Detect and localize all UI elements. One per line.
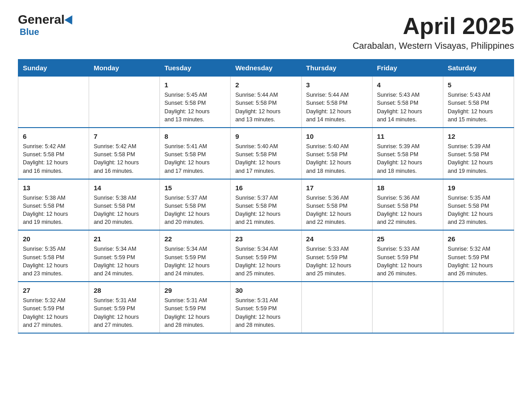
column-header-wednesday: Wednesday bbox=[231, 60, 301, 77]
day-number: 16 bbox=[235, 183, 296, 193]
day-cell: 15Sunrise: 5:37 AMSunset: 5:58 PMDayligh… bbox=[160, 179, 231, 231]
header-area: General Blue April 2025 Carabalan, Weste… bbox=[18, 13, 514, 51]
day-cell: 24Sunrise: 5:33 AMSunset: 5:59 PMDayligh… bbox=[301, 230, 372, 282]
day-cell bbox=[372, 282, 443, 333]
day-number: 8 bbox=[164, 132, 226, 141]
day-number: 13 bbox=[23, 183, 84, 193]
day-cell: 21Sunrise: 5:34 AMSunset: 5:59 PMDayligh… bbox=[89, 230, 160, 282]
day-cell: 25Sunrise: 5:33 AMSunset: 5:59 PMDayligh… bbox=[372, 230, 443, 282]
calendar-table: SundayMondayTuesdayWednesdayThursdayFrid… bbox=[18, 59, 514, 334]
day-cell: 20Sunrise: 5:35 AMSunset: 5:58 PMDayligh… bbox=[18, 230, 89, 282]
day-number: 15 bbox=[164, 183, 226, 193]
day-info: Sunrise: 5:40 AMSunset: 5:58 PMDaylight:… bbox=[235, 143, 280, 174]
day-cell: 17Sunrise: 5:36 AMSunset: 5:58 PMDayligh… bbox=[301, 179, 372, 231]
column-header-thursday: Thursday bbox=[301, 60, 372, 77]
day-number: 20 bbox=[23, 234, 84, 244]
day-info: Sunrise: 5:41 AMSunset: 5:58 PMDaylight:… bbox=[164, 143, 210, 174]
day-cell: 29Sunrise: 5:31 AMSunset: 5:59 PMDayligh… bbox=[160, 282, 231, 333]
logo-general: General bbox=[18, 13, 64, 26]
day-cell: 28Sunrise: 5:31 AMSunset: 5:59 PMDayligh… bbox=[89, 282, 160, 333]
day-number: 9 bbox=[235, 132, 296, 141]
logo-text: General bbox=[18, 13, 75, 26]
day-info: Sunrise: 5:36 AMSunset: 5:58 PMDaylight:… bbox=[377, 195, 422, 226]
logo: General Blue bbox=[18, 13, 75, 37]
day-info: Sunrise: 5:35 AMSunset: 5:58 PMDaylight:… bbox=[23, 246, 68, 277]
day-info: Sunrise: 5:37 AMSunset: 5:58 PMDaylight:… bbox=[235, 195, 280, 226]
day-info: Sunrise: 5:42 AMSunset: 5:58 PMDaylight:… bbox=[23, 143, 68, 174]
calendar-subtitle: Carabalan, Western Visayas, Philippines bbox=[352, 41, 514, 51]
day-cell: 5Sunrise: 5:43 AMSunset: 5:58 PMDaylight… bbox=[443, 77, 514, 128]
day-cell bbox=[443, 282, 514, 333]
day-cell: 23Sunrise: 5:34 AMSunset: 5:59 PMDayligh… bbox=[231, 230, 301, 282]
day-info: Sunrise: 5:39 AMSunset: 5:58 PMDaylight:… bbox=[448, 143, 493, 174]
day-info: Sunrise: 5:40 AMSunset: 5:58 PMDaylight:… bbox=[306, 143, 352, 174]
day-info: Sunrise: 5:43 AMSunset: 5:58 PMDaylight:… bbox=[377, 92, 422, 123]
day-cell: 22Sunrise: 5:34 AMSunset: 5:59 PMDayligh… bbox=[160, 230, 231, 282]
day-cell: 16Sunrise: 5:37 AMSunset: 5:58 PMDayligh… bbox=[231, 179, 301, 231]
day-number: 12 bbox=[448, 132, 509, 141]
day-info: Sunrise: 5:39 AMSunset: 5:58 PMDaylight:… bbox=[377, 143, 422, 174]
day-cell: 18Sunrise: 5:36 AMSunset: 5:58 PMDayligh… bbox=[372, 179, 443, 231]
day-number: 21 bbox=[94, 234, 155, 244]
day-info: Sunrise: 5:32 AMSunset: 5:59 PMDaylight:… bbox=[23, 297, 68, 328]
day-cell: 4Sunrise: 5:43 AMSunset: 5:58 PMDaylight… bbox=[372, 77, 443, 128]
day-info: Sunrise: 5:38 AMSunset: 5:58 PMDaylight:… bbox=[94, 195, 139, 226]
day-cell bbox=[301, 282, 372, 333]
day-number: 14 bbox=[94, 183, 155, 193]
week-row-4: 20Sunrise: 5:35 AMSunset: 5:58 PMDayligh… bbox=[18, 230, 514, 282]
day-number: 19 bbox=[448, 183, 509, 193]
column-header-sunday: Sunday bbox=[18, 60, 89, 77]
day-cell bbox=[89, 77, 160, 128]
day-number: 3 bbox=[306, 80, 368, 90]
day-number: 7 bbox=[94, 132, 155, 141]
day-info: Sunrise: 5:31 AMSunset: 5:59 PMDaylight:… bbox=[164, 297, 210, 328]
day-number: 27 bbox=[23, 286, 84, 295]
day-cell: 12Sunrise: 5:39 AMSunset: 5:58 PMDayligh… bbox=[443, 128, 514, 179]
day-cell: 6Sunrise: 5:42 AMSunset: 5:58 PMDaylight… bbox=[18, 128, 89, 179]
column-header-tuesday: Tuesday bbox=[160, 60, 231, 77]
column-header-friday: Friday bbox=[372, 60, 443, 77]
week-row-1: 1Sunrise: 5:45 AMSunset: 5:58 PMDaylight… bbox=[18, 77, 514, 128]
week-row-5: 27Sunrise: 5:32 AMSunset: 5:59 PMDayligh… bbox=[18, 282, 514, 333]
title-area: April 2025 Carabalan, Western Visayas, P… bbox=[352, 13, 514, 51]
day-cell: 1Sunrise: 5:45 AMSunset: 5:58 PMDaylight… bbox=[160, 77, 231, 128]
day-cell: 7Sunrise: 5:42 AMSunset: 5:58 PMDaylight… bbox=[89, 128, 160, 179]
day-number: 10 bbox=[306, 132, 368, 141]
day-info: Sunrise: 5:45 AMSunset: 5:58 PMDaylight:… bbox=[164, 92, 210, 123]
day-number: 18 bbox=[377, 183, 438, 193]
day-info: Sunrise: 5:34 AMSunset: 5:59 PMDaylight:… bbox=[235, 246, 280, 277]
day-cell: 14Sunrise: 5:38 AMSunset: 5:58 PMDayligh… bbox=[89, 179, 160, 231]
day-number: 26 bbox=[448, 234, 509, 244]
day-info: Sunrise: 5:44 AMSunset: 5:58 PMDaylight:… bbox=[306, 92, 352, 123]
column-header-monday: Monday bbox=[89, 60, 160, 77]
calendar-title: April 2025 bbox=[352, 13, 514, 39]
day-cell: 26Sunrise: 5:32 AMSunset: 5:59 PMDayligh… bbox=[443, 230, 514, 282]
day-info: Sunrise: 5:34 AMSunset: 5:59 PMDaylight:… bbox=[94, 246, 139, 277]
day-info: Sunrise: 5:35 AMSunset: 5:58 PMDaylight:… bbox=[448, 195, 493, 226]
day-number: 28 bbox=[94, 286, 155, 295]
day-cell bbox=[18, 77, 89, 128]
day-info: Sunrise: 5:33 AMSunset: 5:59 PMDaylight:… bbox=[377, 246, 422, 277]
day-number: 25 bbox=[377, 234, 438, 244]
week-row-2: 6Sunrise: 5:42 AMSunset: 5:58 PMDaylight… bbox=[18, 128, 514, 179]
logo-subtitle: Blue bbox=[18, 27, 39, 37]
day-number: 6 bbox=[23, 132, 84, 141]
day-cell: 19Sunrise: 5:35 AMSunset: 5:58 PMDayligh… bbox=[443, 179, 514, 231]
header-row: SundayMondayTuesdayWednesdayThursdayFrid… bbox=[18, 60, 514, 77]
week-row-3: 13Sunrise: 5:38 AMSunset: 5:58 PMDayligh… bbox=[18, 179, 514, 231]
day-cell: 3Sunrise: 5:44 AMSunset: 5:58 PMDaylight… bbox=[301, 77, 372, 128]
logo-triangle-icon bbox=[64, 13, 76, 25]
day-info: Sunrise: 5:44 AMSunset: 5:58 PMDaylight:… bbox=[235, 92, 280, 123]
day-number: 17 bbox=[306, 183, 368, 193]
day-cell: 13Sunrise: 5:38 AMSunset: 5:58 PMDayligh… bbox=[18, 179, 89, 231]
day-cell: 9Sunrise: 5:40 AMSunset: 5:58 PMDaylight… bbox=[231, 128, 301, 179]
day-number: 22 bbox=[164, 234, 226, 244]
day-info: Sunrise: 5:37 AMSunset: 5:58 PMDaylight:… bbox=[164, 195, 210, 226]
day-info: Sunrise: 5:31 AMSunset: 5:59 PMDaylight:… bbox=[94, 297, 139, 328]
day-number: 2 bbox=[235, 80, 296, 90]
day-info: Sunrise: 5:32 AMSunset: 5:59 PMDaylight:… bbox=[448, 246, 493, 277]
day-number: 30 bbox=[235, 286, 296, 295]
day-cell: 8Sunrise: 5:41 AMSunset: 5:58 PMDaylight… bbox=[160, 128, 231, 179]
day-number: 4 bbox=[377, 80, 438, 90]
day-cell: 2Sunrise: 5:44 AMSunset: 5:58 PMDaylight… bbox=[231, 77, 301, 128]
